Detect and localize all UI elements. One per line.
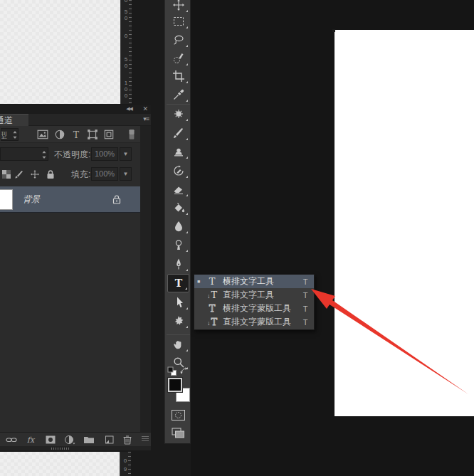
add-layer-mask-icon[interactable]: [45, 435, 56, 445]
filter-kind-dropdown[interactable]: 型: [1, 128, 19, 141]
collapse-panel-icon[interactable]: ◀◀: [126, 106, 132, 112]
screen-mode-icon[interactable]: [171, 427, 186, 439]
filter-shape-icon[interactable]: [87, 129, 98, 140]
tool-paint-bucket[interactable]: [167, 199, 189, 217]
ruler-label: 5 0: [123, 56, 129, 69]
new-group-icon[interactable]: [83, 435, 95, 445]
filter-type-icon[interactable]: T: [70, 129, 82, 140]
layer-row-background[interactable]: 背景: [0, 186, 140, 213]
quick-mask-mode-icon[interactable]: [171, 409, 186, 421]
tool-eraser[interactable]: [167, 180, 189, 199]
link-layers-icon[interactable]: [6, 435, 17, 445]
menu-item-vertical-type-tool-icon: ↓T: [203, 290, 221, 300]
panel-header-bar: ◀◀ ✕: [0, 105, 151, 114]
filter-adjustment-icon[interactable]: [54, 129, 65, 140]
svg-text:T: T: [73, 129, 80, 140]
lock-paint-icon[interactable]: [14, 169, 24, 179]
menu-item-label: 直排文字工具: [221, 289, 297, 301]
menu-item-shortcut: T: [297, 277, 314, 286]
menu-item-vertical-type-mask-tool[interactable]: ■↓T直排文字蒙版工具T: [194, 315, 314, 329]
fill-label: 填充:: [71, 169, 90, 181]
menu-item-horizontal-type-tool-icon: T: [203, 276, 221, 287]
tools-toolbar: T: [164, 0, 191, 444]
tab-channels[interactable]: 通道: [0, 114, 28, 126]
panel-tab-bar: 通道 ▾≡: [0, 114, 151, 126]
toolbar-separator: [167, 104, 190, 105]
fill-dropdown-arrow[interactable]: ▼: [120, 167, 132, 181]
layer-style-fx-icon[interactable]: fx: [25, 435, 36, 445]
ruler-ticks: [129, 0, 132, 104]
foreground-color-swatch[interactable]: [168, 378, 182, 392]
tool-path-select[interactable]: [167, 293, 189, 312]
filter-pixel-icon[interactable]: [37, 129, 48, 140]
layers-panel-bottom-bar: fx: [0, 432, 151, 446]
menu-item-vertical-type-mask-tool-icon: ↓T: [203, 317, 221, 327]
lock-move-icon[interactable]: [30, 169, 40, 179]
svg-text:T: T: [174, 277, 182, 289]
ruler-label: 5 0: [123, 9, 129, 21]
opacity-dropdown-arrow[interactable]: ▼: [120, 147, 132, 161]
panel-bottom-edge[interactable]: [0, 446, 151, 450]
vertical-ruler-top[interactable]: 05 005 01 0 0: [120, 0, 132, 104]
filter-switch-icon[interactable]: [126, 129, 137, 140]
lock-fill-row: 填充: 100% ▼: [0, 166, 140, 183]
menu-item-horizontal-type-mask-tool-icon: T: [203, 303, 221, 314]
toolbar-separator: [167, 334, 190, 335]
fill-value[interactable]: 100%: [91, 167, 118, 181]
layers-panel: ◀◀ ✕ 通道 ▾≡ 型 T 不透明度: 100% ▼ 填充: 100%: [0, 105, 151, 450]
menu-item-shortcut: T: [297, 291, 314, 300]
filter-kind-label: 型: [1, 130, 7, 141]
type-tool-flyout-menu: ■T横排文字工具T■↓T直排文字工具T■T横排文字蒙版工具T■↓T直排文字蒙版工…: [194, 274, 315, 330]
blend-mode-dropdown[interactable]: [0, 147, 48, 161]
layers-list-empty-area[interactable]: [0, 213, 140, 432]
canvas-corner-mark: [332, 29, 335, 32]
current-tool-bullet: ■: [194, 279, 203, 284]
lock-transparency-icon[interactable]: [1, 169, 11, 179]
tool-history-brush[interactable]: [167, 162, 189, 180]
ruler-ticks: [128, 452, 131, 476]
tool-clone-stamp[interactable]: [167, 142, 189, 161]
menu-item-label: 横排文字工具: [221, 275, 297, 287]
tool-custom-shape[interactable]: [167, 312, 189, 330]
adjustment-layer-icon[interactable]: [64, 435, 75, 445]
tool-quick-select[interactable]: [167, 49, 189, 68]
tool-lasso[interactable]: [167, 31, 189, 49]
document-canvas-right[interactable]: [335, 30, 474, 416]
filter-smart-object-icon[interactable]: [103, 129, 115, 140]
swap-colors-icon[interactable]: [179, 366, 189, 376]
menu-item-horizontal-type-tool[interactable]: ■T横排文字工具T: [194, 275, 314, 288]
default-colors-icon[interactable]: [167, 366, 177, 376]
vertical-ruler-bottom[interactable]: 09: [120, 452, 131, 476]
panel-menu-icon[interactable]: ▾≡: [143, 115, 149, 122]
tool-hand[interactable]: [167, 335, 189, 354]
menu-item-shortcut: T: [297, 305, 314, 313]
layer-thumbnail[interactable]: [0, 189, 13, 210]
new-layer-icon[interactable]: [103, 435, 115, 445]
menu-item-vertical-type-tool[interactable]: ■↓T直排文字工具T: [194, 288, 314, 302]
menu-item-horizontal-type-mask-tool[interactable]: ■T横排文字蒙版工具T: [194, 302, 314, 315]
tool-pen[interactable]: [167, 255, 189, 273]
tool-blur[interactable]: [167, 217, 189, 236]
spinner-icon[interactable]: [41, 149, 47, 160]
tool-dodge[interactable]: [167, 236, 189, 254]
document-canvas-bottom-left[interactable]: [0, 452, 120, 476]
spinner-icon[interactable]: [12, 129, 18, 140]
tool-crop[interactable]: [167, 67, 189, 85]
lock-all-icon[interactable]: [46, 169, 56, 179]
tool-eyedropper[interactable]: [167, 85, 189, 104]
ruler-label: 0: [123, 33, 129, 39]
tool-spot-heal[interactable]: [167, 105, 189, 123]
tool-marquee[interactable]: [167, 12, 189, 31]
opacity-value[interactable]: 100%: [91, 147, 118, 161]
svg-text:fx: fx: [27, 435, 36, 445]
close-panel-icon[interactable]: ✕: [142, 105, 148, 112]
tool-brush[interactable]: [167, 124, 189, 142]
ruler-label: 1 0 0: [123, 80, 129, 99]
panel-resize-grip[interactable]: [142, 436, 149, 443]
document-canvas-top-left[interactable]: [0, 0, 121, 104]
delete-layer-icon[interactable]: [122, 435, 133, 445]
layer-name: 背景: [23, 194, 40, 206]
tool-type[interactable]: T: [167, 274, 189, 292]
layer-locked-icon[interactable]: [112, 194, 122, 204]
menu-item-shortcut: T: [297, 318, 314, 327]
